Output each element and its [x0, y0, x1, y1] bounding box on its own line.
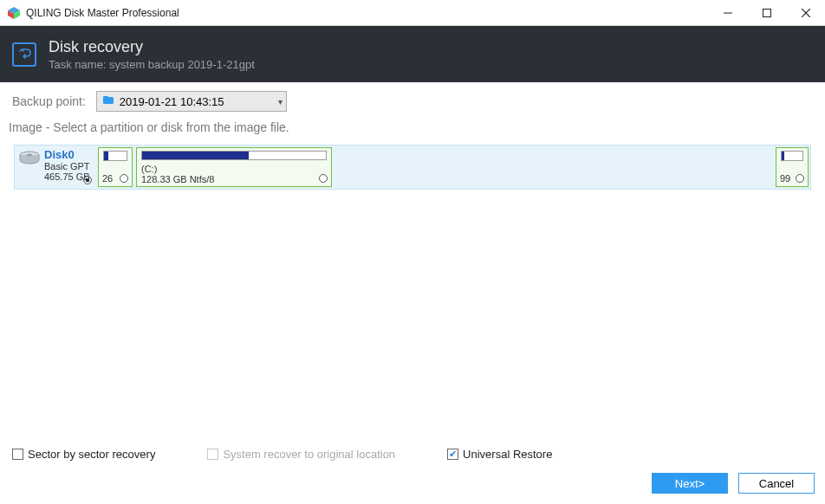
next-button[interactable]: Next> — [652, 473, 728, 494]
close-button[interactable] — [786, 0, 825, 25]
header-titles: Disk recovery Task name: system backup 2… — [49, 38, 255, 71]
disk-row-spacer — [335, 147, 772, 187]
maximize-button[interactable] — [747, 0, 786, 25]
partition-label: (C:) — [141, 164, 327, 174]
recovery-icon — [12, 42, 36, 67]
backup-point-label: Backup point: — [9, 94, 86, 108]
cancel-button[interactable]: Cancel — [738, 473, 815, 494]
usage-bar — [781, 151, 803, 161]
svg-point-10 — [27, 154, 32, 156]
usage-fill — [782, 152, 784, 160]
partition-size: 128.33 GB Ntfs/8 — [141, 174, 327, 184]
window-controls — [708, 0, 825, 25]
svg-rect-8 — [103, 96, 108, 99]
disk-radio[interactable] — [83, 176, 92, 184]
usage-bar — [103, 151, 127, 161]
backup-point-dropdown[interactable]: 2019-01-21 10:43:15 ▾ — [96, 91, 287, 112]
footer: Sector by sector recovery System recover… — [0, 441, 825, 504]
partition-item[interactable]: 99 — [776, 147, 809, 187]
backup-point-value: 2019-01-21 10:43:15 — [120, 95, 224, 108]
option-universal[interactable]: Universal Restore — [447, 448, 552, 461]
backup-file-icon — [102, 95, 114, 108]
option-original-label: System recover to original location — [223, 448, 395, 461]
window-title: QILING Disk Master Professional — [26, 7, 708, 19]
disk-row: Disk0 Basic GPT 465.75 GB 26 (C:) 128.33… — [14, 145, 811, 190]
options-row: Sector by sector recovery System recover… — [10, 448, 815, 461]
checkbox-icon — [447, 449, 458, 460]
partition-radio[interactable] — [319, 174, 328, 183]
page-subtitle: Task name: system backup 2019-1-21gpt — [49, 58, 255, 71]
partition-radio[interactable] — [796, 174, 804, 183]
usage-bar — [141, 151, 327, 160]
partition-item[interactable]: (C:) 128.33 GB Ntfs/8 — [136, 147, 332, 187]
titlebar: QILING Disk Master Professional — [0, 0, 825, 26]
usage-fill — [142, 152, 249, 159]
partition-size-trunc: 99 — [780, 173, 790, 184]
option-sector-label: Sector by sector recovery — [28, 448, 155, 461]
option-original: System recover to original location — [207, 448, 395, 461]
footer-buttons: Next> Cancel — [10, 473, 815, 494]
page-title: Disk recovery — [49, 38, 255, 56]
partition-size-trunc: 26 — [102, 173, 113, 184]
backup-point-row: Backup point: 2019-01-21 10:43:15 ▾ — [9, 91, 816, 112]
checkbox-icon — [12, 449, 23, 460]
disk-type: Basic GPT — [44, 161, 90, 171]
svg-rect-4 — [763, 9, 770, 16]
checkbox-icon — [207, 449, 218, 460]
partition-item[interactable]: 26 — [98, 147, 133, 187]
minimize-button[interactable] — [708, 0, 747, 25]
page-header: Disk recovery Task name: system backup 2… — [0, 26, 825, 82]
hard-disk-icon — [18, 150, 41, 171]
partition-radio[interactable] — [120, 174, 128, 183]
instruction-text: Image - Select a partition or disk from … — [9, 120, 816, 134]
chevron-down-icon: ▾ — [278, 97, 283, 107]
usage-fill — [104, 152, 108, 160]
disk-name: Disk0 — [44, 149, 90, 161]
disk-info[interactable]: Disk0 Basic GPT 465.75 GB — [16, 147, 94, 187]
option-sector[interactable]: Sector by sector recovery — [12, 448, 155, 461]
option-universal-label: Universal Restore — [463, 448, 552, 461]
content-area: Backup point: 2019-01-21 10:43:15 ▾ Imag… — [0, 82, 825, 190]
app-icon — [7, 6, 21, 20]
